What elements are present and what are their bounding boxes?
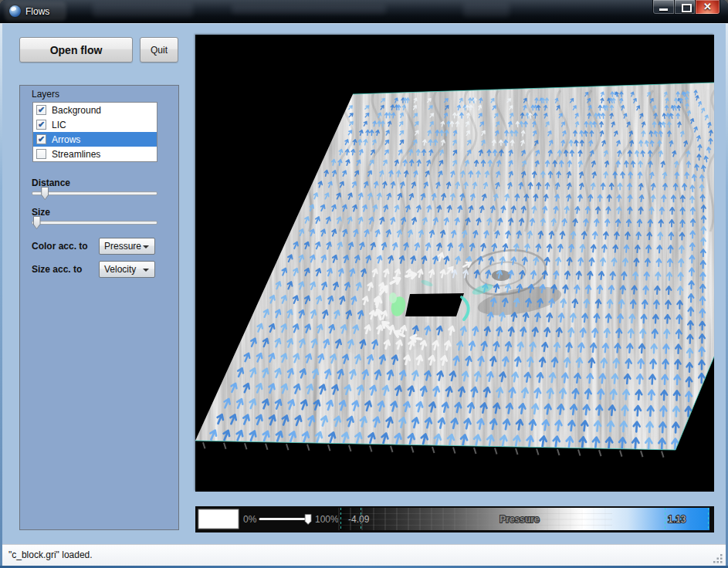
size-acc-dropdown[interactable]: Velocity bbox=[99, 261, 155, 278]
open-flow-button[interactable]: Open flow bbox=[19, 37, 133, 63]
opacity-min-label: 0% bbox=[243, 514, 257, 525]
color-acc-label: Color acc. to bbox=[32, 241, 88, 252]
checkbox-streamlines[interactable] bbox=[36, 149, 46, 159]
distance-slider-handle[interactable] bbox=[41, 187, 49, 200]
maximize-button[interactable] bbox=[674, 0, 696, 15]
colorbar-title: Pressure bbox=[499, 514, 540, 525]
colorbar-min-value: -4.09 bbox=[348, 514, 370, 525]
layer-label: Streamlines bbox=[52, 149, 100, 160]
size-slider-handle[interactable] bbox=[33, 216, 41, 229]
quit-button[interactable]: Quit bbox=[140, 37, 178, 63]
maximize-icon bbox=[682, 4, 692, 12]
size-acc-label: Size acc. to bbox=[32, 264, 82, 275]
layer-item-streamlines[interactable]: Streamlines bbox=[33, 147, 157, 161]
window-border-left bbox=[0, 23, 2, 568]
close-button[interactable]: ✕ bbox=[695, 0, 720, 15]
layer-item-background[interactable]: ✔ Background bbox=[33, 103, 157, 117]
color-acc-value: Pressure bbox=[104, 241, 141, 252]
layer-item-lic[interactable]: ✔ LIC bbox=[33, 117, 157, 132]
layers-list: ✔ Background ✔ LIC ✔ Arrows Streamlines bbox=[32, 102, 157, 162]
app-icon bbox=[9, 5, 21, 17]
distance-slider-track[interactable] bbox=[32, 191, 157, 195]
window-title: Flows bbox=[25, 6, 49, 17]
layer-item-arrows[interactable]: ✔ Arrows bbox=[33, 132, 157, 147]
checkbox-lic[interactable]: ✔ bbox=[36, 120, 46, 130]
color-acc-dropdown[interactable]: Pressure bbox=[99, 238, 155, 255]
layer-label: Background bbox=[52, 105, 101, 116]
layer-label: LIC bbox=[52, 120, 66, 130]
flow-visualization bbox=[195, 35, 714, 492]
open-flow-label: Open flow bbox=[50, 44, 103, 56]
chevron-down-icon bbox=[143, 269, 149, 272]
status-message: "c_block.gri" loaded. bbox=[8, 549, 93, 560]
checkbox-background[interactable]: ✔ bbox=[36, 105, 46, 115]
quit-label: Quit bbox=[151, 45, 168, 56]
options-panel: Layers ✔ Background ✔ LIC ✔ Arrows Strea… bbox=[19, 85, 179, 530]
resize-grip[interactable] bbox=[713, 553, 723, 563]
background-color-swatch[interactable] bbox=[198, 509, 239, 529]
legend-bar-svg: 0% 100% -4.09 Pressure 1.13 bbox=[195, 506, 714, 532]
titlebar-glass-blob bbox=[93, 3, 193, 17]
size-acc-value: Velocity bbox=[104, 264, 136, 275]
opacity-slider-handle[interactable] bbox=[305, 515, 311, 525]
titlebar-glass-blob bbox=[463, 3, 510, 17]
minimize-icon bbox=[659, 8, 668, 11]
distance-label: Distance bbox=[32, 178, 70, 188]
layer-label: Arrows bbox=[52, 134, 80, 145]
chevron-down-icon bbox=[143, 245, 149, 248]
colorbar-max-value: 1.13 bbox=[668, 514, 686, 525]
size-slider-track[interactable] bbox=[32, 221, 157, 225]
titlebar-glass-blob bbox=[232, 5, 386, 14]
size-label: Size bbox=[32, 207, 50, 218]
checkbox-arrows[interactable]: ✔ bbox=[36, 134, 46, 144]
legend-bar: 0% 100% -4.09 Pressure 1.13 bbox=[195, 506, 714, 532]
close-icon: ✕ bbox=[696, 1, 720, 12]
layers-title: Layers bbox=[32, 89, 59, 100]
flow-viewport[interactable] bbox=[195, 35, 714, 492]
opacity-max-label: 100% bbox=[315, 514, 339, 525]
minimize-button[interactable] bbox=[652, 0, 675, 15]
title-bar[interactable]: Flows ✕ bbox=[0, 0, 728, 23]
status-bar: "c_block.gri" loaded. bbox=[2, 544, 726, 566]
application-window: Flows ✕ Open flow Quit Layers ✔ Backgrou… bbox=[0, 0, 728, 568]
